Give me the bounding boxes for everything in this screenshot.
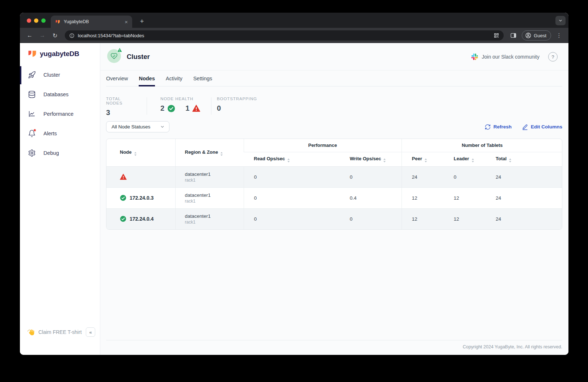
- browser-tabstrip: YugabyteDB × +: [20, 13, 568, 28]
- sidebar-item-debug[interactable]: Debug: [20, 143, 100, 163]
- slack-community-link[interactable]: Join our Slack community: [482, 54, 539, 60]
- stat-node-health: NODE HEALTH 2 1: [160, 97, 200, 113]
- region: datacenter1: [185, 192, 244, 198]
- logo-wordmark: yugabyteDB: [40, 50, 79, 58]
- browser-tab[interactable]: YugabyteDB ×: [51, 16, 132, 28]
- node-address: 172.24.0.3: [130, 195, 154, 201]
- table-row[interactable]: 172.24.0.3 datacenter1 rack1 0 0.4 12 12: [106, 187, 562, 208]
- qr-code-icon[interactable]: [494, 33, 499, 38]
- tab-settings[interactable]: Settings: [193, 71, 212, 86]
- column-header-total[interactable]: Total: [486, 152, 562, 166]
- url-text[interactable]: localhost:15434/?tab=tabNodes: [78, 33, 490, 38]
- alert-badge: [33, 129, 36, 132]
- main-content: Cluster Join our Slack community ? Overv…: [100, 43, 568, 355]
- read-ops: 0: [244, 166, 340, 187]
- column-header-peer[interactable]: Peer: [402, 152, 444, 166]
- stat-label: BOOTSTRAPPING: [217, 97, 257, 101]
- sidebar: yugabyteDB Cluster Databases Performance: [20, 43, 100, 355]
- copyright-text: Copyright 2024 YugaByte, Inc. All rights…: [106, 344, 562, 349]
- sidebar-item-label: Performance: [43, 111, 74, 117]
- read-ops: 0: [244, 187, 340, 208]
- total-tablets: 24: [486, 208, 562, 229]
- column-header-node[interactable]: Node: [106, 139, 175, 166]
- total-tablets: 24: [486, 166, 562, 187]
- tshirt-promo-link[interactable]: Claim FREE T-shirt: [38, 329, 86, 335]
- leader-tablets: 12: [444, 208, 486, 229]
- nodes-table: Node Region & Zone Performance Number of…: [106, 139, 562, 230]
- region: datacenter1: [185, 213, 244, 219]
- stat-label: NODE HEALTH: [160, 97, 200, 101]
- sidebar-item-databases[interactable]: Databases: [20, 85, 100, 104]
- edit-columns-label: Edit Columns: [531, 124, 562, 130]
- cluster-tabs: Overview Nodes Activity Settings: [106, 71, 562, 86]
- profile-button[interactable]: Guest: [522, 30, 551, 41]
- sort-icon[interactable]: [472, 158, 474, 162]
- healthy-count: 2: [160, 104, 164, 113]
- browser-menu-icon[interactable]: ⋮: [556, 32, 562, 39]
- filter-value: All Node Statuses: [112, 124, 160, 130]
- sort-icon[interactable]: [425, 158, 427, 162]
- check-circle-icon: [120, 195, 126, 201]
- column-header-write-ops[interactable]: Write Ops/sec: [340, 152, 402, 166]
- new-tab-button[interactable]: +: [136, 16, 147, 27]
- chevron-down-icon: [160, 124, 165, 129]
- address-bar[interactable]: localhost:15434/?tab=tabNodes: [65, 30, 504, 41]
- gear-icon: [28, 149, 36, 157]
- sort-icon[interactable]: [220, 152, 223, 156]
- pencil-icon: [522, 124, 528, 130]
- sort-icon[interactable]: [134, 152, 136, 156]
- sidebar-item-cluster[interactable]: Cluster: [20, 65, 100, 85]
- side-panel-icon[interactable]: [510, 32, 517, 39]
- node-status-filter[interactable]: All Node Statuses: [106, 121, 169, 132]
- cluster-warning-badge-icon: [117, 47, 122, 54]
- page-footer: Copyright 2024 YugaByte, Inc. All rights…: [106, 340, 562, 349]
- sidebar-item-label: Alerts: [43, 131, 57, 136]
- stat-divider: [147, 97, 147, 115]
- column-header-read-ops[interactable]: Read Ops/sec: [244, 152, 340, 166]
- column-header-leader[interactable]: Leader: [444, 152, 486, 166]
- close-window-button[interactable]: [27, 18, 31, 23]
- tab-search-chevron-icon[interactable]: [555, 16, 566, 25]
- site-info-icon[interactable]: [69, 33, 75, 38]
- table-row[interactable]: datacenter1 rack1 0 0 24 0 24: [106, 166, 562, 187]
- page-title: Cluster: [127, 43, 150, 71]
- sidebar-item-alerts[interactable]: Alerts: [20, 124, 100, 143]
- collapse-sidebar-button[interactable]: «: [86, 327, 95, 337]
- database-icon: [28, 90, 36, 98]
- refresh-icon: [484, 124, 491, 130]
- rocket-icon: [28, 71, 36, 79]
- maximize-window-button[interactable]: [41, 18, 46, 23]
- sort-icon[interactable]: [509, 158, 511, 162]
- stat-total-nodes: TOTAL NODES 3: [106, 97, 122, 117]
- browser-window: YugabyteDB × + ← → ↻ localhost:15434/?ta…: [20, 13, 568, 355]
- yugabyte-logo-icon: [27, 49, 37, 59]
- leader-tablets: 12: [444, 187, 486, 208]
- edit-columns-button[interactable]: Edit Columns: [522, 124, 562, 130]
- heart-check-icon: [110, 52, 118, 60]
- refresh-button[interactable]: Refresh: [484, 124, 512, 130]
- sort-icon[interactable]: [383, 158, 386, 162]
- column-group-tablets: Number of Tablets: [402, 139, 562, 152]
- reload-button[interactable]: ↻: [50, 32, 60, 39]
- table-row[interactable]: 172.24.0.4 datacenter1 rack1 0 0 12 12: [106, 208, 562, 229]
- sidebar-item-label: Cluster: [43, 72, 60, 78]
- traffic-lights: [27, 18, 46, 23]
- zone: rack1: [185, 178, 244, 183]
- close-tab-icon[interactable]: ×: [125, 19, 128, 25]
- forward-button[interactable]: →: [38, 32, 47, 39]
- minimize-window-button[interactable]: [34, 18, 38, 23]
- tab-title: YugabyteDB: [64, 19, 121, 24]
- zone: rack1: [185, 199, 244, 204]
- read-ops: 0: [244, 208, 340, 229]
- tab-activity[interactable]: Activity: [166, 71, 182, 86]
- sidebar-item-performance[interactable]: Performance: [20, 104, 100, 124]
- back-button[interactable]: ←: [25, 32, 34, 39]
- column-header-region[interactable]: Region & Zone: [175, 139, 244, 166]
- profile-label: Guest: [534, 33, 546, 38]
- tab-overview[interactable]: Overview: [106, 71, 128, 86]
- tab-nodes[interactable]: Nodes: [139, 71, 155, 86]
- yugabytedb-logo[interactable]: yugabyteDB: [27, 49, 79, 59]
- sort-icon[interactable]: [287, 158, 290, 162]
- browser-toolbar: ← → ↻ localhost:15434/?tab=tabNodes Gues…: [20, 28, 568, 43]
- help-button[interactable]: ?: [548, 52, 558, 61]
